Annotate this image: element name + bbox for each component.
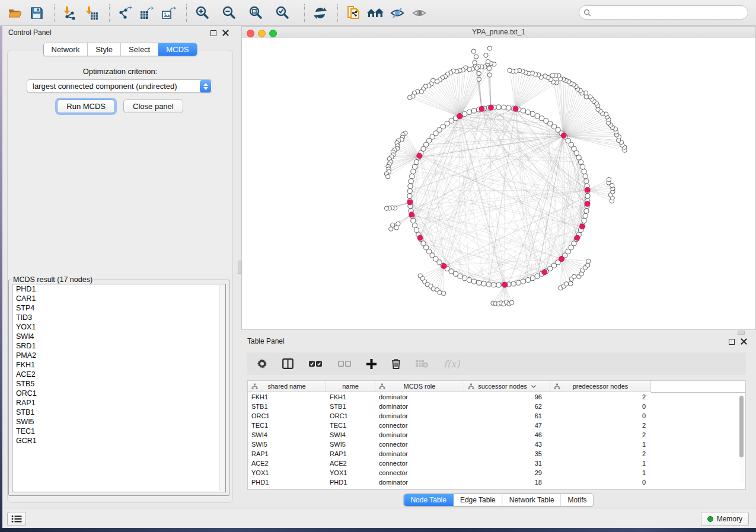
mcds-result-item[interactable]: ACE2 [12, 370, 225, 379]
table-row[interactable]: YOX1 YOX1 connector 29 1 [248, 468, 745, 477]
table-scrollbar-thumb[interactable] [739, 396, 744, 457]
mcds-result-list[interactable]: PHD1CAR1STP4TID3YOX1SWI4SRD1PMA2FKH1ACE2… [12, 284, 226, 492]
zoom-fit-button[interactable] [245, 3, 266, 23]
cell-shared-name[interactable]: ORC1 [248, 412, 326, 419]
criterion-dropdown[interactable]: largest connected component (undirected) [27, 79, 212, 93]
control-panel-tab[interactable]: Select [121, 43, 158, 56]
cell-mcds-role[interactable]: dominator [375, 479, 464, 486]
network-window-titlebar[interactable]: YPA_prune.txt_1 [242, 27, 755, 39]
column-header[interactable]: shared name [248, 381, 326, 392]
mcds-result-item[interactable]: ORC1 [12, 389, 225, 398]
cell-predecessor-nodes[interactable]: 0 [550, 479, 651, 486]
cell-shared-name[interactable]: SWI4 [248, 431, 326, 438]
close-panel-icon[interactable] [741, 338, 747, 345]
cell-predecessor-nodes[interactable]: 0 [550, 403, 651, 410]
cell-predecessor-nodes[interactable]: 2 [550, 431, 651, 438]
cell-name[interactable]: RAP1 [326, 450, 375, 457]
cell-shared-name[interactable]: RAP1 [248, 450, 326, 457]
cell-shared-name[interactable]: FKH1 [248, 393, 326, 400]
table-row[interactable]: SWI5 SWI5 connector 43 1 [248, 440, 745, 449]
close-panel-icon[interactable] [222, 30, 229, 36]
zoom-selected-button[interactable] [272, 3, 292, 23]
open-file-button[interactable] [5, 3, 25, 23]
search-input[interactable] [594, 8, 748, 17]
float-window-icon[interactable] [210, 30, 216, 36]
cell-successor-nodes[interactable]: 46 [464, 431, 550, 438]
memory-button[interactable]: Memory [701, 512, 749, 526]
cell-mcds-role[interactable]: dominator [375, 431, 464, 438]
cell-predecessor-nodes[interactable]: 1 [550, 460, 651, 467]
save-session-button[interactable] [27, 3, 47, 23]
mcds-result-item[interactable]: SWI5 [12, 417, 225, 427]
cell-mcds-role[interactable]: connector [375, 469, 464, 476]
cell-name[interactable]: FKH1 [326, 393, 375, 400]
export-table-button[interactable] [137, 3, 157, 23]
cell-successor-nodes[interactable]: 31 [464, 460, 550, 467]
hide-graphics-details-button[interactable] [387, 3, 407, 23]
mcds-result-item[interactable]: SWI4 [12, 332, 225, 341]
cell-name[interactable]: SWI4 [326, 431, 375, 438]
settings-gear-icon[interactable] [257, 358, 267, 369]
cell-mcds-role[interactable]: dominator [375, 403, 464, 410]
table-row[interactable]: RAP1 RAP1 dominator 35 2 [248, 449, 745, 459]
clear-selection-icon[interactable] [337, 360, 352, 368]
table-panel-tab[interactable]: Edge Table [454, 494, 503, 506]
graph-nodes[interactable] [384, 46, 627, 306]
node-table[interactable]: shared name name MCDS role successor nod… [247, 380, 746, 490]
float-window-icon[interactable] [729, 339, 735, 345]
task-history-button[interactable] [7, 512, 26, 526]
cell-successor-nodes[interactable]: 18 [464, 479, 550, 486]
control-panel-tab[interactable]: MCDS [158, 43, 196, 56]
add-column-icon[interactable] [366, 359, 377, 369]
mcds-result-item[interactable]: CAR1 [12, 294, 225, 303]
table-row[interactable]: ACE2 ACE2 connector 31 1 [248, 459, 745, 468]
control-panel-tab[interactable]: Style [88, 43, 121, 56]
cell-mcds-role[interactable]: connector [375, 422, 464, 429]
column-chooser-icon[interactable] [282, 358, 294, 369]
column-header[interactable]: successor nodes [464, 381, 550, 392]
cell-shared-name[interactable]: STB1 [248, 403, 326, 410]
cell-shared-name[interactable]: YOX1 [248, 469, 326, 476]
cell-successor-nodes[interactable]: 96 [464, 393, 550, 400]
cell-name[interactable]: PHD1 [326, 479, 375, 486]
cell-mcds-role[interactable]: connector [375, 460, 464, 467]
cell-shared-name[interactable]: TEC1 [248, 422, 326, 429]
control-panel-tab[interactable]: Network [43, 43, 88, 56]
cell-successor-nodes[interactable]: 29 [464, 469, 550, 476]
cell-shared-name[interactable]: ACE2 [248, 460, 326, 467]
table-row[interactable]: PHD1 PHD1 dominator 18 0 [248, 477, 745, 487]
cell-name[interactable]: STB1 [326, 403, 375, 410]
cell-successor-nodes[interactable]: 61 [464, 412, 550, 419]
zoom-out-button[interactable] [219, 3, 239, 23]
cell-predecessor-nodes[interactable]: 1 [550, 441, 651, 448]
import-table-button[interactable] [82, 3, 102, 23]
cell-shared-name[interactable]: PHD1 [248, 479, 326, 486]
mcds-list-scrollbar[interactable] [219, 285, 225, 491]
import-network-button[interactable] [60, 3, 80, 23]
cell-name[interactable]: YOX1 [326, 469, 375, 476]
mcds-result-item[interactable]: SRD1 [12, 341, 225, 351]
cell-name[interactable]: SWI5 [326, 441, 375, 448]
mcds-result-item[interactable]: GCR1 [12, 436, 225, 446]
mcds-result-item[interactable]: YOX1 [12, 322, 225, 332]
column-header[interactable]: name [326, 381, 375, 392]
zoom-in-button[interactable] [192, 3, 212, 23]
column-header[interactable]: predecessor nodes [550, 381, 651, 392]
select-all-icon[interactable] [308, 360, 323, 368]
cell-mcds-role[interactable]: connector [375, 441, 464, 448]
cell-mcds-role[interactable]: dominator [375, 450, 464, 457]
cell-successor-nodes[interactable]: 43 [464, 441, 550, 448]
cell-predecessor-nodes[interactable]: 2 [550, 450, 651, 457]
search-field[interactable] [579, 5, 748, 20]
export-network-button[interactable] [115, 3, 135, 23]
network-canvas[interactable] [242, 38, 755, 329]
mcds-result-item[interactable]: PMA2 [12, 351, 225, 360]
refresh-layout-button[interactable] [310, 3, 330, 23]
cell-mcds-role[interactable]: dominator [375, 412, 464, 419]
table-row[interactable]: ORC1 ORC1 dominator 61 0 [248, 411, 745, 421]
cell-predecessor-nodes[interactable]: 2 [550, 422, 651, 429]
mcds-result-item[interactable]: STB1 [12, 408, 225, 417]
mcds-result-item[interactable]: STB5 [12, 379, 225, 389]
home-networks-button[interactable] [365, 3, 385, 23]
export-image-button[interactable] [159, 3, 179, 23]
